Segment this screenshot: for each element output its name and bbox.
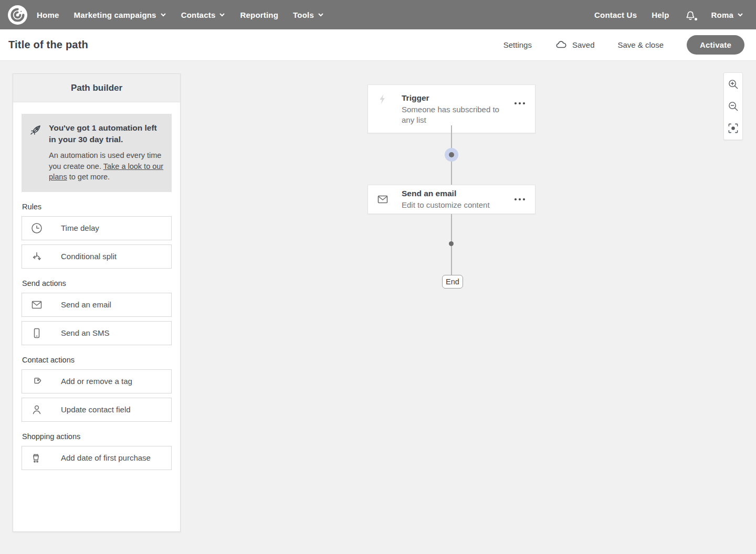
node-subtitle: Edit to customize content	[402, 200, 490, 210]
user-menu[interactable]: Roma	[711, 10, 743, 19]
page-title: Title of the path	[8, 39, 88, 51]
tool-time-delay[interactable]: Time delay	[22, 216, 172, 240]
nav-contacts[interactable]: Contacts	[181, 10, 226, 19]
clock-icon	[30, 222, 43, 235]
tool-update-contact-field[interactable]: Update contact field	[22, 398, 172, 422]
help-link[interactable]: Help	[652, 10, 669, 19]
cloud-icon	[555, 39, 568, 51]
section-label-contact-actions: Contact actions	[22, 356, 172, 364]
add-step-dot[interactable]	[445, 148, 458, 162]
settings-button[interactable]: Settings	[503, 40, 532, 49]
sms-icon	[30, 327, 43, 339]
end-node: End	[442, 275, 463, 289]
title-bar-actions: Settings Saved Save & close Activate	[503, 35, 744, 55]
node-menu-button[interactable]	[513, 98, 527, 109]
connector-dot[interactable]	[449, 241, 454, 246]
tool-send-sms[interactable]: Send an SMS	[22, 321, 172, 345]
nav-reporting[interactable]: Reporting	[240, 10, 278, 19]
chevron-down-icon	[219, 12, 225, 18]
zoom-in-icon	[728, 79, 739, 90]
center-view-button[interactable]	[724, 118, 742, 140]
section-label-rules: Rules	[22, 203, 172, 211]
path-builder-panel: Path builder You've got 1 automation lef…	[13, 73, 181, 532]
notifications-bell-icon[interactable]	[684, 8, 697, 21]
person-icon	[30, 403, 43, 416]
nav-right: Contact Us Help Roma	[594, 8, 743, 21]
save-close-button[interactable]: Save & close	[617, 40, 664, 49]
panel-body: You've got 1 automation left in your 30 …	[13, 114, 180, 470]
tool-add-remove-tag[interactable]: Add or remove a tag	[22, 369, 172, 393]
top-nav: Home Marketing campaigns Contacts Report…	[0, 0, 756, 29]
zoom-out-button[interactable]	[724, 95, 742, 117]
tool-conditional-split[interactable]: Conditional split	[22, 244, 172, 269]
saved-status: Saved	[555, 39, 595, 51]
automation-canvas[interactable]: Path builder You've got 1 automation lef…	[0, 61, 756, 554]
tool-add-date-first-purchase[interactable]: Add date of first purchase	[22, 446, 172, 470]
nav-home[interactable]: Home	[37, 10, 59, 19]
cart-icon	[30, 452, 43, 464]
tag-icon	[30, 375, 43, 388]
email-icon	[30, 299, 43, 311]
nav-marketing-campaigns[interactable]: Marketing campaigns	[74, 10, 166, 19]
trial-body: An automation is used every time you cre…	[49, 150, 164, 183]
activate-button[interactable]: Activate	[687, 35, 744, 55]
zoom-in-button[interactable]	[724, 73, 742, 95]
trial-text: You've got 1 automation left in your 30 …	[49, 122, 164, 183]
node-menu-button[interactable]	[513, 194, 527, 205]
dot	[449, 152, 454, 157]
center-focus-icon	[728, 123, 739, 134]
panel-title: Path builder	[13, 74, 180, 102]
node-subtitle: Someone has subscribed to any list	[402, 104, 510, 126]
zoom-out-icon	[728, 101, 739, 112]
section-label-send-actions: Send actions	[22, 279, 172, 287]
node-title: Trigger	[402, 93, 510, 103]
email-node-text: Send an email Edit to customize content	[402, 188, 490, 210]
split-icon	[30, 250, 43, 263]
chevron-down-icon	[160, 12, 166, 18]
nav-menu: Home Marketing campaigns Contacts Report…	[37, 10, 324, 19]
ellipsis-icon	[514, 198, 526, 201]
node-title: Send an email	[402, 188, 490, 199]
ellipsis-icon	[514, 102, 526, 105]
zoom-controls	[723, 72, 743, 140]
send-email-node[interactable]: Send an email Edit to customize content	[368, 185, 536, 214]
saved-label: Saved	[572, 40, 595, 49]
chevron-down-icon	[318, 12, 324, 18]
notification-badge	[694, 17, 698, 22]
chevron-down-icon	[737, 12, 743, 18]
trigger-node-text: Trigger Someone has subscribed to any li…	[402, 93, 510, 126]
email-icon	[376, 193, 389, 206]
title-bar: Title of the path Settings Saved Save & …	[0, 29, 756, 61]
tool-send-email[interactable]: Send an email	[22, 293, 172, 317]
contact-us-link[interactable]: Contact Us	[594, 10, 637, 19]
section-label-shopping-actions: Shopping actions	[22, 432, 172, 441]
lightning-icon	[376, 93, 389, 105]
nav-tools[interactable]: Tools	[293, 10, 324, 19]
trial-heading: You've got 1 automation left in your 30 …	[49, 122, 164, 145]
trial-notice: You've got 1 automation left in your 30 …	[22, 114, 172, 192]
getresponse-logo-icon[interactable]	[8, 5, 27, 25]
user-name: Roma	[711, 10, 733, 19]
rocket-icon	[29, 123, 43, 183]
